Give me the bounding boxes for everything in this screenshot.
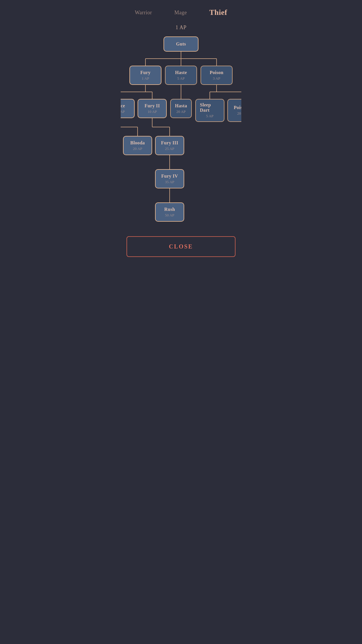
tab-header: Warrior Mage Thief <box>121 0 241 20</box>
skill-poisona[interactable]: Poisona 20 AP <box>227 99 241 122</box>
skill-fury2[interactable]: Fury II 10 AP <box>138 99 167 118</box>
skill-slice[interactable]: Slice 10 AP <box>121 99 135 118</box>
ap-label: 1 AP <box>175 24 187 31</box>
tab-warrior[interactable]: Warrior <box>135 10 152 16</box>
skill-fury4[interactable]: Fury IV 35 AP <box>155 169 184 188</box>
skill-rush[interactable]: Rush 50 AP <box>155 202 184 222</box>
tab-thief[interactable]: Thief <box>209 8 227 17</box>
skill-fury[interactable]: Fury 1 AP <box>129 66 161 85</box>
screen: Warrior Mage Thief 1 AP Guts Fury 1 AP H… <box>121 0 241 269</box>
skill-blooda[interactable]: Blooda 20 AP <box>123 136 152 155</box>
skill-poison[interactable]: Poison 3 AP <box>201 66 233 85</box>
skill-hasta[interactable]: Hasta 20 AP <box>170 99 192 118</box>
close-button[interactable]: CLOSE <box>126 236 236 257</box>
tab-mage[interactable]: Mage <box>174 10 187 16</box>
skill-haste[interactable]: Haste 5 AP <box>165 66 197 85</box>
skill-sleep-dart[interactable]: Sleep Dart 5 AP <box>195 99 224 122</box>
skill-guts[interactable]: Guts <box>164 36 198 52</box>
skill-fury3[interactable]: Fury III 25 AP <box>155 136 184 155</box>
skill-tree: Guts Fury 1 AP Haste 5 AP Poison 3 AP <box>121 36 241 228</box>
